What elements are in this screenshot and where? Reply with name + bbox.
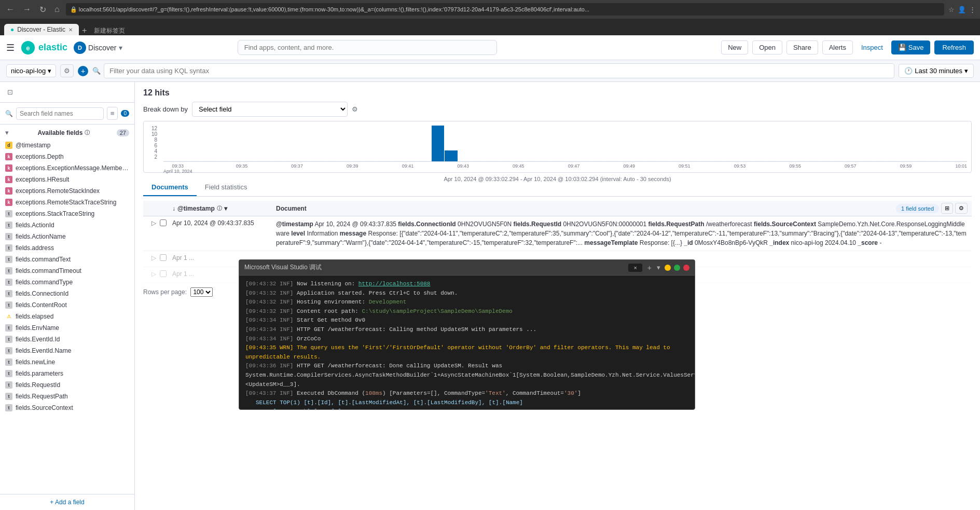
terminal-tab-down[interactable]: ▾ [657,264,660,271]
chart-bar [766,161,779,161]
chart-settings-button[interactable]: ⚙ [352,105,358,113]
bookmark-icon[interactable]: ☆ [948,6,955,13]
reload-button[interactable]: ↻ [37,4,48,16]
search-icon: 🔍 [92,67,101,75]
new-button[interactable]: New [721,40,748,54]
field-list-item[interactable]: t fields.ActionName [0,231,134,242]
field-search-input[interactable] [16,107,104,120]
terminal-title: Microsoft Visual Studio 调试 [244,263,624,272]
nav-menu-button[interactable]: ☰ [6,42,15,53]
field-filter-button[interactable]: ≡ [107,107,118,120]
field-name: fields.EnvName [16,324,129,332]
chart-y-label: 2 [144,154,157,160]
chart-y-label: 8 [144,137,157,143]
inspect-button[interactable]: Inspect [857,41,887,54]
chevron-down-icon: ▾ [48,67,51,75]
profile-icon[interactable]: 👤 [958,6,966,13]
chart-bar [338,161,351,161]
field-name: exceptions.RemoteStackTraceString [16,199,129,206]
rows-per-page-select[interactable]: 100 50 25 [190,287,213,297]
row-expand-button[interactable]: ▷ [147,219,160,227]
field-list-item[interactable]: t fields.ContentRoot [0,299,134,311]
field-list-item[interactable]: t fields.RequestPath [0,391,134,402]
terminal-close-button[interactable] [683,265,689,271]
new-tab-button[interactable]: + [79,26,90,35]
field-list-item[interactable]: t exceptions.StackTraceString [0,208,134,219]
forward-button[interactable]: → [21,4,33,15]
row-expand-button[interactable]: ▷ [147,270,160,278]
field-list-item[interactable]: k exceptions.Depth [0,151,134,162]
field-name: fields.RequestPath [16,393,129,400]
url-bar[interactable]: 🔒 localhost:5601/app/discover#/?_g=(filt… [66,3,944,16]
timestamp-col-header[interactable]: ↓ @timestamp ⓘ ▾ [172,205,276,212]
field-list-item[interactable]: t fields.parameters [0,368,134,379]
active-tab[interactable]: ● Discover - Elastic ✕ [4,24,79,35]
field-list-item[interactable]: t fields.EnvName [0,322,134,334]
field-list-item[interactable]: t fields.SourceContext [0,402,134,413]
add-field-button[interactable]: + Add a field [0,494,134,510]
chart-bar [217,161,230,161]
filter-button[interactable]: ⚙ [60,64,74,77]
field-list-item[interactable]: t fields.ActionId [0,219,134,231]
row-expand-button[interactable]: ▷ [147,254,160,261]
table-settings-button[interactable]: ⚙ [955,203,968,214]
field-list-item[interactable]: k exceptions.RemoteStackTraceString [0,197,134,208]
row-timestamp: Apr 10, 2024 @ 09:43:37.835 [172,219,276,227]
chart-bar [405,161,418,161]
terminal-maximize-button[interactable] [674,265,680,271]
field-list-item[interactable]: t fields.commandType [0,277,134,288]
field-list-item[interactable]: k exceptions.ExceptionMessage.MemberType [0,162,134,174]
sidebar-toggle[interactable]: ⊡ [3,84,17,100]
refresh-button[interactable]: Refresh [934,40,974,54]
field-name: fields.commandTimeout [16,267,129,274]
index-pattern-selector[interactable]: nico-api-log ▾ [6,64,56,77]
field-name: fields.RequestId [16,381,129,389]
field-list-item[interactable]: ⚠ fields.elapsed [0,311,134,322]
share-button[interactable]: Share [786,40,818,54]
chart-bar [472,161,485,161]
chart-y-label: 10 [144,131,157,137]
row-checkbox[interactable] [160,270,167,277]
terminal-minimize-button[interactable] [665,265,671,271]
chart-bar [364,161,377,161]
home-button[interactable]: ⌂ [52,4,62,15]
field-list-item[interactable]: k exceptions.RemoteStackIndex [0,185,134,197]
menu-icon[interactable]: ⋮ [969,6,976,13]
tab-label: Discover - Elastic [17,26,65,33]
field-list-item[interactable]: k exceptions.HResult [0,174,134,185]
field-type-icon: t [5,404,12,411]
search-icon: 🔍 [5,110,13,117]
chart-bar [605,161,618,161]
field-list-item[interactable]: d @timestamp [0,140,134,151]
row-checkbox[interactable] [160,219,167,226]
field-list-item[interactable]: t fields.EventId.Id [0,334,134,345]
chart-x-label: 09:57 [845,163,857,174]
save-button[interactable]: 💾 Save [891,40,931,54]
open-button[interactable]: Open [752,40,782,54]
chart-y-axis: 12108642 [144,126,159,160]
global-search-input[interactable] [238,40,497,55]
columns-button[interactable]: ⊞ [941,203,953,214]
kql-input[interactable] [104,63,894,78]
chart-x-label: 09:37 [291,163,303,174]
chart-bar [244,161,257,161]
breakdown-select[interactable]: Select field [192,102,348,117]
field-list-item[interactable]: t fields.ConnectionId [0,288,134,299]
add-filter-button[interactable]: + [78,66,88,76]
field-list-item[interactable]: t fields.RequestId [0,379,134,391]
field-list-item[interactable]: t fields.newLine [0,356,134,368]
alerts-button[interactable]: Alerts [822,40,853,54]
field-list-item[interactable]: t fields.address [0,242,134,254]
chart-bar [807,161,820,161]
tab-close-button[interactable]: ✕ [68,27,73,33]
field-list-item[interactable]: t fields.EventId.Name [0,345,134,356]
terminal-new-tab[interactable]: + [644,264,655,272]
field-list-item[interactable]: t fields.commandText [0,254,134,265]
time-range-button[interactable]: 🕐 Last 30 minutes ▾ [899,64,974,78]
row-checkbox[interactable] [160,254,167,261]
terminal-tab[interactable]: × [628,264,642,272]
back-button[interactable]: ← [4,4,17,15]
collapse-icon[interactable]: ▾ [5,129,9,136]
global-search[interactable] [238,40,497,55]
field-list-item[interactable]: t fields.commandTimeout [0,265,134,277]
